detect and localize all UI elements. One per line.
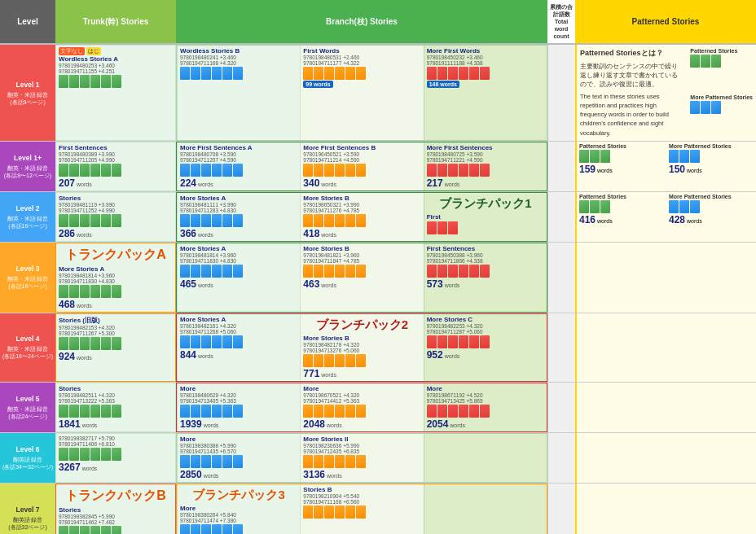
branch-tag: 99 words [303, 81, 332, 88]
header-patterned: Patterned Stories [575, 0, 756, 43]
trunk-cell-level4: Stories (旧版)9780198482153 +4.32097801947… [56, 314, 175, 381]
trunk-title: More Stories A [59, 265, 173, 273]
trunk-badge2: はじ [86, 47, 101, 55]
branch-isbn1: 9780198481821 +3.960 [303, 252, 420, 258]
wordcount-cell-level4 [547, 313, 575, 382]
branch-isbn2: 9780194711435 +6.570 [180, 449, 297, 454]
branch-words: 3136 [303, 469, 325, 480]
branch-wrapper-level1plus: More First Sentences A9780198480708 +3.5… [176, 142, 547, 191]
branch-isbn1: 9780196450521 +3.590 [303, 151, 420, 157]
trunk-isbn2: 9780194711267 +5.300 [59, 330, 173, 336]
branch-title: More [180, 505, 297, 512]
trunk-title: Wordless Stories A [59, 55, 173, 63]
branch-title: More First Sentences B [303, 144, 420, 151]
branch-item-level1-2: More First Words9780198450232 +3.4609780… [424, 46, 547, 140]
trunk-isbn1: 9780198482511 +4.320 [59, 392, 173, 398]
branch-cell-level5-0: More9780198480629 +4.3209780194713405 +5… [177, 383, 300, 431]
branch-title: More First Sentences [427, 144, 544, 151]
branch-cell-level3-1: More Stories B9780198481821 +3.960978019… [300, 243, 423, 312]
branch-item-level2-1: More Stories B9780198650321 +3.990978019… [300, 193, 423, 241]
wordcount-cell-level7 [547, 484, 575, 534]
trunk-words: 1841 [59, 418, 81, 430]
branch-isbn2: 9780194711207 +4.590 [180, 157, 297, 163]
branch-cell-level7-0: ブランチパック3More9780198380264 +5.84097801947… [177, 484, 300, 534]
branch-isbn1: 9780198380388 +5.990 [180, 443, 297, 449]
trunk-isbn1: 9780198382717 +5.790 [59, 436, 173, 441]
branch-isbn2: 9780194711177 +4.322 [303, 60, 420, 66]
branch-title: More Stories A [180, 195, 297, 202]
trunk-isbn1: 9780198482153 +4.320 [59, 325, 173, 330]
branch-isbn2: 9780194711221 +4.590 [427, 157, 544, 163]
branch-wrapper-level2: More Stories A9780198481111 +3.990978019… [176, 192, 547, 242]
branch-item-level6-2 [424, 434, 547, 482]
level-row-level4: Level 4 翻英・米語 録音(各話16〜24ページ) Stories (旧版… [0, 313, 756, 383]
branch-isbn1: 9780198481111 +3.990 [180, 202, 297, 208]
branch-item-level1plus-1: More First Sentences B9780196450521 +3.5… [300, 142, 423, 190]
branch-isbn2: 9780194711847 +4.785 [303, 258, 420, 264]
trunk-title: Stories [59, 385, 173, 392]
branch-isbn1: 9780198450232 +3.460 [427, 55, 544, 60]
branch-isbn1: 9780198650321 +3.990 [303, 202, 420, 208]
branch-isbn2: 9780194711474 +7.380 [180, 518, 297, 523]
branch-wrapper-level6: More9780198380388 +5.9909780194711435 +6… [176, 433, 547, 483]
branch-cell-level1plus-2: More First Sentences9780198480725 +3.590… [424, 142, 547, 190]
branch-cell-level7-1: Stories B9780198210904 +5.54097801947111… [300, 484, 423, 534]
level-cell-level4: Level 4 翻英・米語 録音(各話16〜24ページ) [0, 313, 55, 382]
trunk-cell-level1: 文字なしはじWordless Stories A9780198480253 +3… [56, 46, 175, 140]
branch-isbn2: 9780194711168 +6.560 [303, 499, 420, 505]
branch-isbn2: 9780194711283 +4.830 [180, 208, 297, 213]
branch-tag: 148 words [427, 81, 459, 88]
branch-cell-level1-1: First Words9780198480531 +2.460978019471… [300, 46, 423, 140]
branch-words: 217 [427, 177, 443, 189]
branch-item-level4-2: More Stories C9780198482253 +4.320978019… [424, 314, 547, 381]
branch-isbn1: 9780198482253 +4.320 [427, 323, 544, 329]
branch-item-level4-0: More Stories A9780198482161 +4.320978019… [177, 314, 300, 381]
branch-words: 465 [180, 278, 196, 290]
branch-item-level1plus-0: More First Sentences A9780198480708 +3.5… [177, 142, 300, 190]
level-row-level3: Level 3 翻英・米語 録音(各話16ページ) トランクパックAMore S… [0, 243, 756, 313]
branch-title: More Stories A [180, 245, 297, 252]
branch-isbn2: 9780194713425 +5.869 [427, 398, 544, 404]
branch-isbn2: 9780194712435 +6.835 [303, 449, 420, 454]
level-cell-level1: Level 1 翻英・米語 録音(各話9ページ) [0, 45, 55, 141]
branch-words: 844 [180, 349, 196, 361]
branch-isbn1: 9780198482161 +4.320 [180, 323, 297, 329]
branch-isbn1: 9780198670521 +4.320 [303, 392, 420, 398]
branch-isbn2: 9780194711287 +5.060 [427, 329, 544, 335]
patterned-books-col: Patterned StoriesMore Patterned Stories [687, 45, 756, 141]
branch-title: Wordless Stories B [180, 47, 297, 55]
branch-item-level2-2: ブランチパック1First [424, 193, 547, 241]
branch-item-level7-0: ブランチパック3More9780198380264 +5.84097801947… [177, 484, 300, 534]
trunk-title: Stories [59, 195, 173, 202]
patterned-sub-level2-1: More Patterned Stories428 words [666, 192, 756, 242]
header-row: Level Trunk(幹) Stories Branch(枝) Stories… [0, 0, 756, 45]
header-branch: Branch(枝) Stories [176, 0, 547, 43]
trunk-cell-level3: トランクパックAMore Stories A9780198481814 +3.9… [56, 243, 175, 312]
trunk-words: 286 [59, 228, 75, 239]
trunk-isbn2: 9780194711252 +4.990 [59, 208, 173, 213]
branch-pack-label: ブランチパック2 [303, 316, 420, 335]
branch-cell-level1-2: More First Words9780198450232 +3.4609780… [424, 46, 547, 140]
branch-item-level1-0: Wordless Stories B9780198480241 +3.46097… [177, 46, 300, 140]
branch-item-level1plus-2: More First Sentences9780198480725 +3.590… [424, 142, 547, 190]
branch-wrapper-level7: ブランチパック3More9780198380264 +5.84097801947… [176, 484, 547, 534]
branch-item-level3-2: First Sentences9780198450388 +3.96097801… [424, 243, 547, 312]
branch-cell-level4-1: ブランチパック2More Stories B9780198482178 +4.3… [300, 314, 423, 381]
trunk-cell-level7: トランクパックBStories9780198382845 +5.99097801… [56, 484, 175, 534]
branch-item-level3-0: More Stories A9780198481814 +3.960978019… [177, 243, 300, 312]
patterned-sub-level1plus-1: More Patterned Stories150 words [666, 142, 756, 191]
trunk-isbn2: 9780194711462 +7.482 [59, 519, 173, 525]
branch-cell-level2-0: More Stories A9780198481111 +3.990978019… [177, 193, 300, 241]
branch-words: 418 [303, 228, 319, 239]
branch-words: 2850 [180, 469, 202, 480]
branch-wrapper-level5: More9780198480629 +4.3209780194713405 +5… [176, 383, 547, 432]
branch-cell-level2-2: ブランチパック1First [424, 193, 547, 241]
branch-wrapper-level4: More Stories A9780198482161 +4.320978019… [176, 313, 547, 382]
branch-item-level6-1: More Stories II9780198230636 +5.99097801… [300, 434, 423, 482]
branch-words: 340 [303, 177, 319, 189]
branch-isbn1: 9780198230636 +5.990 [303, 443, 420, 449]
branch-isbn2: 9780194711168 +4.320 [180, 60, 297, 66]
wordcount-cell-level3 [547, 243, 575, 313]
level-cell-level2: Level 2 翻英・米語 録音(各話16ページ) [0, 192, 55, 242]
branch-title: More [427, 385, 544, 392]
